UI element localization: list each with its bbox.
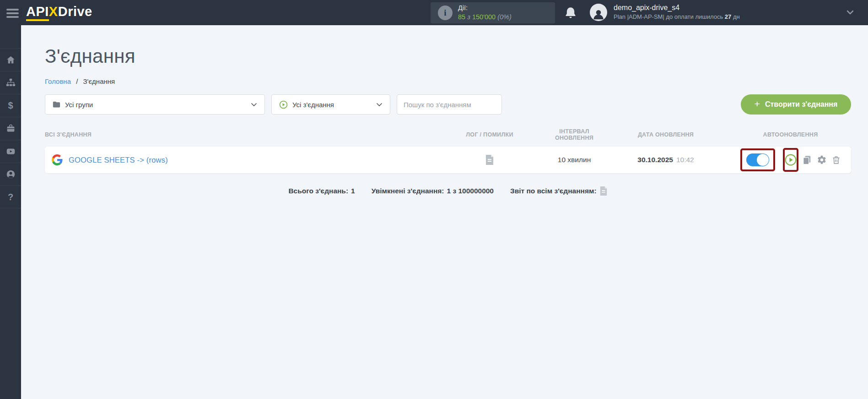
logo-x: X: [49, 4, 58, 19]
breadcrumb-home-link[interactable]: Головна: [45, 77, 71, 85]
settings-button[interactable]: [817, 155, 827, 165]
connection-link[interactable]: GOOGLE SHEETS -> (rows): [69, 156, 168, 164]
sidebar-item-video[interactable]: [0, 140, 21, 163]
enabled-connections-label: Увімкнені з'єднання:: [372, 187, 444, 195]
usage-used: 85: [458, 13, 465, 21]
date-cell: 30.10.2025 10:42: [602, 156, 730, 164]
header-log-errors: ЛОГ / ПОМИЛКИ: [432, 131, 547, 138]
report-label: Звіт по всім з'єднанням:: [510, 187, 597, 195]
briefcase-icon: [6, 124, 16, 133]
play-circle-icon: [279, 100, 288, 109]
sidebar-item-connections[interactable]: [0, 71, 21, 94]
sidebar-item-help[interactable]: ?: [0, 186, 21, 208]
hamburger-bar: [6, 9, 19, 11]
search-input[interactable]: [397, 94, 502, 115]
total-connections: Всього з'єднань: 1: [288, 187, 355, 195]
usage-stats: Дії: 85 з 150'000 (0%): [458, 4, 512, 22]
info-icon[interactable]: i: [438, 5, 453, 20]
total-connections-label: Всього з'єднань:: [288, 187, 348, 195]
header-update-date: ДАТА ОНОВЛЕННЯ: [602, 131, 730, 138]
plus-icon: +: [755, 98, 760, 109]
delete-button[interactable]: [831, 155, 841, 165]
connections-dropdown-value: Усі з'єднання: [292, 101, 334, 109]
video-icon: [5, 147, 16, 156]
enabled-connections-value: 1 з 100000000: [447, 187, 494, 195]
connections-filter-dropdown[interactable]: Усі з'єднання: [271, 94, 390, 115]
sidebar-item-billing[interactable]: $: [0, 94, 21, 117]
toggle-annotation-box: [740, 148, 775, 171]
hamburger-bar: [6, 16, 19, 18]
breadcrumb-separator: /: [76, 77, 78, 85]
update-time: 10:42: [676, 156, 694, 164]
question-icon: ?: [8, 192, 13, 202]
header-all-connections: ВСІ З'ЄДНАННЯ: [45, 131, 432, 138]
filters-row: Усі групи Усі з'єднання + Створити з'єдн…: [45, 94, 851, 115]
home-icon: [6, 55, 16, 65]
log-document-icon[interactable]: [485, 154, 494, 165]
sidebar-item-account[interactable]: [0, 163, 21, 186]
plan-days-unit: дн: [733, 13, 740, 20]
actions-cell: [730, 148, 851, 172]
groups-dropdown[interactable]: Усі групи: [45, 94, 265, 115]
report-document-icon[interactable]: [599, 186, 608, 196]
total-connections-value: 1: [351, 187, 355, 195]
sitemap-icon: [6, 78, 16, 87]
hamburger-bar: [6, 12, 19, 14]
run-now-button[interactable]: [785, 154, 797, 166]
copy-icon: [802, 155, 812, 165]
account-menu[interactable]: demo_apix-drive_s4 Plan |ADM-AP-SM| до о…: [614, 4, 740, 20]
apixdrive-logo[interactable]: APIXDrive: [26, 4, 92, 19]
hamburger-menu-icon[interactable]: [6, 9, 19, 18]
update-date: 30.10.2025: [637, 156, 673, 164]
header-autoupdate: АВТООНОВЛЕННЯ: [730, 131, 851, 138]
logo-drive: Drive: [58, 4, 92, 19]
copy-connection-button[interactable]: [802, 155, 812, 165]
sidebar-item-home[interactable]: [0, 48, 21, 71]
plan-days: 27: [725, 13, 731, 20]
enabled-connections: Увімкнені з'єднання: 1 з 100000000: [372, 187, 494, 195]
sidebar-item-services[interactable]: [0, 117, 21, 140]
avatar-person-icon: [592, 7, 605, 21]
page-title: З'єднання: [45, 45, 851, 67]
account-chevron-down-icon: [846, 10, 854, 15]
create-connection-button[interactable]: + Створити з'єднання: [741, 94, 851, 115]
connection-name-cell: GOOGLE SHEETS -> (rows): [45, 154, 432, 165]
notifications-bell-icon[interactable]: [564, 6, 577, 20]
usage-values: 85 з 150'000 (0%): [458, 13, 512, 22]
chevron-down-icon: [251, 103, 257, 107]
folder-icon: [53, 101, 60, 108]
usage-label: Дії:: [458, 4, 512, 13]
user-icon: [6, 169, 16, 179]
usage-of: з: [467, 13, 470, 21]
account-name: demo_apix-drive_s4: [614, 4, 740, 12]
chevron-down-icon: [376, 103, 383, 107]
user-avatar[interactable]: [590, 4, 607, 21]
groups-dropdown-value: Усі групи: [65, 101, 93, 109]
plan-text: Plan |ADM-AP-SM| до оплати лишилось: [614, 13, 723, 20]
header-update-interval: ІНТЕРВАЛ ОНОВЛЕННЯ: [547, 128, 602, 141]
topbar: APIXDrive i Дії: 85 з 150'000 (0%) demo_…: [0, 0, 868, 25]
usage-badge: i Дії: 85 з 150'000 (0%): [431, 2, 555, 23]
create-connection-label: Створити з'єднання: [765, 100, 838, 109]
gear-icon: [817, 155, 827, 165]
dollar-icon: $: [8, 100, 13, 111]
toggle-knob: [757, 154, 769, 166]
usage-percent: (0%): [497, 13, 512, 21]
interval-cell: 10 хвилин: [547, 156, 602, 164]
trash-icon: [831, 155, 841, 165]
usage-total: 150'000: [472, 13, 496, 21]
report-all-connections: Звіт по всім з'єднанням:: [510, 186, 608, 196]
summary-row: Всього з'єднань: 1 Увімкнені з'єднання: …: [45, 186, 851, 196]
account-plan: Plan |ADM-AP-SM| до оплати лишилось 27 д…: [614, 13, 740, 20]
google-icon: [52, 154, 63, 165]
logo-api: API: [26, 4, 49, 21]
breadcrumb-current: З'єднання: [83, 77, 115, 85]
table-row: GOOGLE SHEETS -> (rows) 10 хвилин 30.10.…: [45, 147, 851, 173]
run-annotation-box: [783, 148, 798, 172]
log-cell: [432, 154, 547, 165]
breadcrumb: Головна / З'єднання: [45, 77, 851, 85]
autoupdate-toggle[interactable]: [746, 153, 769, 166]
main-content: З'єднання Головна / З'єднання Усі групи …: [21, 25, 868, 399]
table-header-row: ВСІ З'ЄДНАННЯ ЛОГ / ПОМИЛКИ ІНТЕРВАЛ ОНО…: [45, 128, 851, 141]
sidebar-nav: $ ?: [0, 25, 21, 399]
